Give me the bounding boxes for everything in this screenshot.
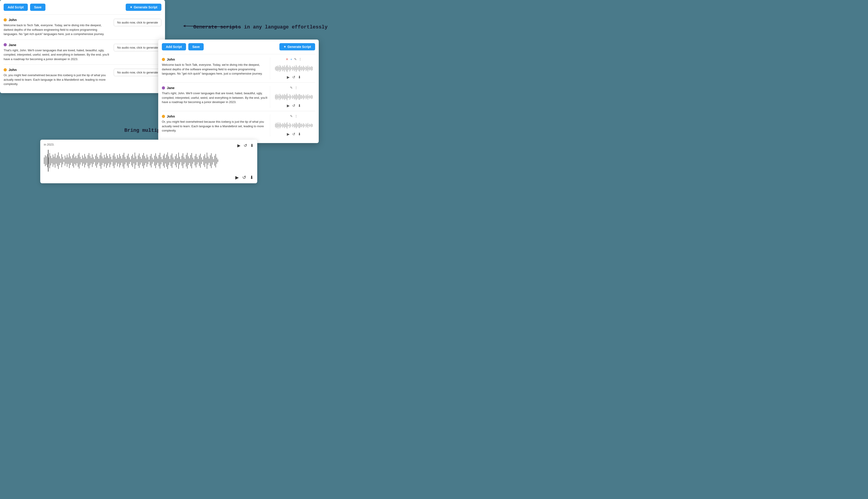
svg-rect-281 <box>209 158 209 163</box>
save-button-1[interactable]: Save <box>30 4 46 11</box>
speaker-name-jane-1: Jane <box>9 43 16 47</box>
svg-rect-286 <box>214 156 215 166</box>
svg-rect-260 <box>186 155 186 167</box>
svg-rect-249 <box>174 159 174 162</box>
audio-generate-btn-john2-1[interactable]: No audio now, click to generate <box>114 69 161 76</box>
svg-rect-56 <box>284 94 284 100</box>
edit-icon[interactable]: ✎ <box>294 57 297 61</box>
p2-speaker-jane-1: Jane <box>167 86 174 90</box>
audio-generate-btn-john-1[interactable]: No audio now, click to generate <box>114 19 161 26</box>
download-icon-panel3[interactable]: ⬇ <box>250 175 254 180</box>
more-icon-john2[interactable]: ⋮ <box>295 114 298 118</box>
play-icon-jane-1[interactable]: ▶ <box>287 104 290 108</box>
script-entry-john2-1: John Or, you might feel overwhelmed beca… <box>4 64 161 89</box>
svg-rect-113 <box>298 124 298 126</box>
delete-icon[interactable]: ✕ <box>286 57 289 61</box>
generate-script-button-2[interactable]: ✦ Generate Script <box>279 43 315 50</box>
svg-rect-160 <box>77 158 77 163</box>
refresh-icon-jane-1[interactable]: ↺ <box>292 104 295 108</box>
more-icon[interactable]: ⋮ <box>298 57 302 61</box>
svg-rect-74 <box>301 95 301 99</box>
svg-rect-94 <box>281 124 281 127</box>
svg-rect-219 <box>141 159 142 162</box>
svg-rect-63 <box>291 95 291 99</box>
svg-rect-216 <box>138 156 138 166</box>
download-icon-jane-1[interactable]: ⬇ <box>298 104 301 108</box>
svg-rect-241 <box>165 158 166 163</box>
svg-rect-142 <box>57 155 58 166</box>
add-icon[interactable]: + <box>290 57 292 61</box>
svg-rect-51 <box>280 94 280 100</box>
svg-rect-238 <box>162 159 162 162</box>
svg-rect-65 <box>292 95 293 99</box>
svg-rect-144 <box>59 156 60 165</box>
svg-rect-285 <box>213 159 214 162</box>
play-icon-panel3[interactable]: ▶ <box>235 175 239 180</box>
svg-rect-173 <box>91 158 91 163</box>
download-icon-john-2[interactable]: ⬇ <box>298 132 301 136</box>
svg-rect-73 <box>299 94 300 100</box>
svg-rect-103 <box>289 125 289 126</box>
svg-rect-272 <box>199 156 199 166</box>
play-icon-john-2[interactable]: ▶ <box>287 132 290 136</box>
svg-rect-155 <box>71 158 72 163</box>
svg-marker-1 <box>183 25 185 27</box>
svg-rect-92 <box>279 124 279 127</box>
save-button-2[interactable]: Save <box>188 43 204 50</box>
svg-rect-33 <box>301 66 302 71</box>
svg-rect-250 <box>175 156 176 166</box>
svg-rect-11 <box>281 68 282 70</box>
svg-rect-151 <box>67 155 68 167</box>
audio-generate-btn-jane-1[interactable]: No audio now, click to generate <box>114 44 161 51</box>
refresh-icon-panel3[interactable]: ↺ <box>242 175 246 180</box>
generate-script-button-1[interactable]: ✦ Generate Script <box>126 4 161 11</box>
svg-rect-185 <box>104 155 105 167</box>
svg-rect-262 <box>188 156 189 165</box>
svg-rect-100 <box>286 123 286 127</box>
more-icon-jane[interactable]: ⋮ <box>295 86 298 89</box>
svg-rect-31 <box>299 65 300 72</box>
avatar-jane-1 <box>4 43 7 46</box>
download-icon-john-1[interactable]: ⬇ <box>298 75 301 79</box>
play-icon-john-1[interactable]: ▶ <box>287 75 290 79</box>
svg-rect-38 <box>306 66 306 71</box>
svg-rect-32 <box>301 67 301 70</box>
svg-rect-154 <box>70 156 71 165</box>
svg-rect-166 <box>83 158 84 163</box>
add-script-button-1[interactable]: Add Script <box>4 4 28 11</box>
svg-rect-214 <box>136 156 136 165</box>
svg-rect-191 <box>111 157 111 165</box>
add-script-button-2[interactable]: Add Script <box>162 43 186 50</box>
refresh-icon-john-2[interactable]: ↺ <box>292 132 295 136</box>
svg-rect-41 <box>308 68 309 70</box>
svg-rect-58 <box>286 95 286 99</box>
panel-script-editor-2: Add Script Save ✦ Generate Script John W… <box>158 39 319 143</box>
script-entry-john-1: John Welcome back to Tech Talk, everyone… <box>4 14 161 39</box>
svg-rect-169 <box>87 158 87 163</box>
svg-rect-212 <box>133 158 134 163</box>
svg-rect-47 <box>276 94 277 100</box>
edit-icon-john2[interactable]: ✎ <box>290 114 293 118</box>
svg-rect-153 <box>69 153 70 168</box>
svg-rect-68 <box>295 95 295 99</box>
svg-rect-15 <box>285 67 285 70</box>
download-icon-panel3-top[interactable]: ⬇ <box>250 143 254 148</box>
svg-rect-221 <box>143 153 144 168</box>
svg-rect-200 <box>120 156 121 166</box>
refresh-icon-john-1[interactable]: ↺ <box>292 75 295 79</box>
edit-icon-jane[interactable]: ✎ <box>290 86 293 89</box>
svg-rect-138 <box>53 155 53 167</box>
svg-rect-284 <box>212 157 213 165</box>
svg-rect-215 <box>137 159 137 162</box>
svg-rect-195 <box>115 157 115 165</box>
svg-rect-79 <box>305 96 305 98</box>
svg-rect-28 <box>297 66 297 71</box>
svg-rect-54 <box>282 95 283 99</box>
svg-rect-104 <box>290 123 290 128</box>
waveform-john-1 <box>274 64 313 73</box>
sparkle-icon-2: ✦ <box>283 45 286 49</box>
entry-text-john2-1: Or, you might feel overwhelmed because t… <box>4 73 111 86</box>
play-icon-panel3-top[interactable]: ▶ <box>237 143 241 148</box>
svg-rect-135 <box>49 153 50 168</box>
refresh-icon-panel3-top[interactable]: ↺ <box>244 143 247 148</box>
